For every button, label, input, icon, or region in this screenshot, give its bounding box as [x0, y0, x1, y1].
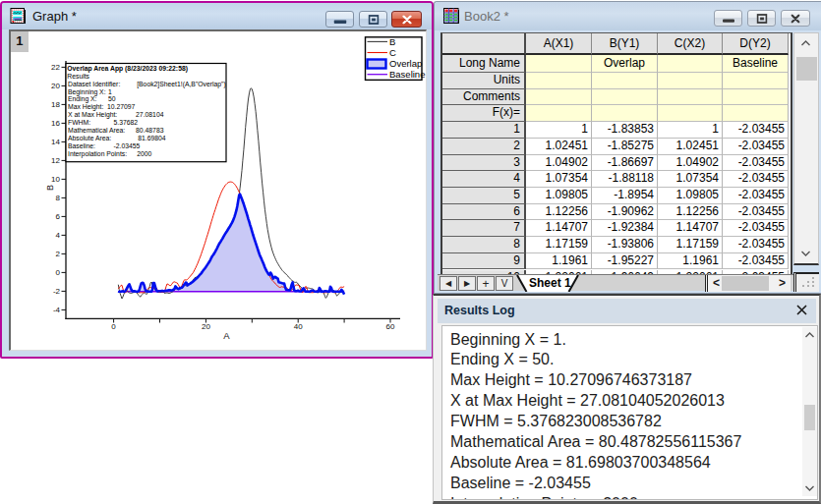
- svg-text:2: 2: [55, 251, 60, 259]
- svg-text:C: C: [389, 47, 396, 58]
- svg-text:0: 0: [111, 322, 116, 331]
- svg-text:60: 60: [385, 322, 394, 331]
- svg-text:-4: -4: [52, 307, 60, 315]
- svg-text:A: A: [223, 330, 230, 341]
- svg-text:Beginning X:: Beginning X:: [68, 88, 106, 96]
- svg-text:[Book2]Sheet1!(A,B"Overlap"): [Book2]Sheet1!(A,B"Overlap"): [137, 81, 226, 88]
- svg-text:Overlap Area App (8/23/2023 09: Overlap Area App (8/23/2023 09:22:58): [67, 65, 188, 73]
- svg-text:Max Height:: Max Height:: [68, 104, 103, 112]
- svg-text:Ending X:: Ending X:: [68, 96, 97, 104]
- svg-text:-2.03455: -2.03455: [113, 142, 140, 149]
- svg-text:Baseline:: Baseline:: [68, 142, 95, 149]
- svg-text:18: 18: [51, 101, 60, 110]
- svg-text:22: 22: [51, 64, 60, 73]
- svg-text:Interpolation Points:: Interpolation Points:: [68, 150, 127, 158]
- svg-text:2000: 2000: [137, 150, 151, 157]
- svg-text:B: B: [389, 36, 395, 47]
- svg-text:0: 0: [55, 269, 60, 278]
- svg-text:50: 50: [108, 96, 116, 103]
- svg-text:Results: Results: [67, 73, 89, 80]
- svg-text:10.27097: 10.27097: [107, 104, 136, 111]
- svg-text:B: B: [45, 185, 55, 191]
- svg-text:12: 12: [51, 157, 60, 166]
- svg-text:5.37682: 5.37682: [113, 119, 138, 126]
- svg-text:20: 20: [201, 322, 209, 331]
- svg-text:20: 20: [51, 83, 60, 91]
- svg-text:40: 40: [293, 322, 302, 331]
- svg-text:10: 10: [51, 176, 60, 185]
- svg-text:Baseline: Baseline: [389, 69, 425, 80]
- svg-text:4: 4: [55, 232, 60, 241]
- svg-text:Dataset Identifier:: Dataset Identifier:: [68, 81, 120, 87]
- svg-text:6: 6: [55, 213, 60, 222]
- svg-text:14: 14: [51, 139, 60, 147]
- svg-text:Mathematical Area:: Mathematical Area:: [68, 127, 125, 134]
- svg-text:16: 16: [51, 120, 60, 129]
- svg-text:81.69804: 81.69804: [138, 135, 166, 141]
- svg-text:Overlap: Overlap: [389, 59, 422, 70]
- svg-text:Absolute Area:: Absolute Area:: [68, 135, 111, 141]
- svg-text:X at Max Height:: X at Max Height:: [68, 111, 117, 119]
- svg-text:27.08104: 27.08104: [136, 111, 164, 118]
- svg-text:8: 8: [55, 195, 60, 203]
- svg-text:FWHM:: FWHM:: [68, 119, 90, 126]
- svg-text:80.48783: 80.48783: [136, 127, 164, 134]
- svg-text:1: 1: [108, 88, 112, 95]
- svg-text:-2: -2: [52, 288, 60, 297]
